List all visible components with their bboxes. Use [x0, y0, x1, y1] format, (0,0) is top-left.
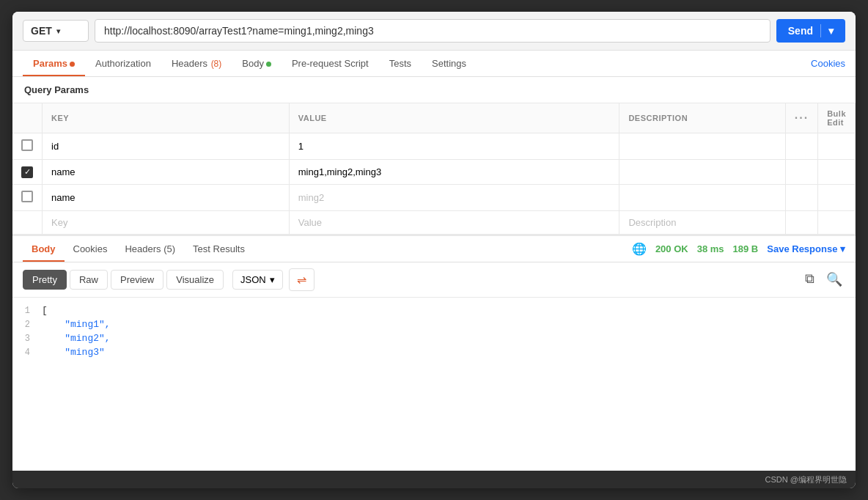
response-headers-label: Headers (5)	[125, 243, 175, 254]
row2-bulk-cell	[818, 160, 856, 185]
row1-key-cell[interactable]: id	[43, 133, 290, 160]
th-more: ···	[785, 103, 817, 133]
tab-headers[interactable]: Headers (8)	[161, 51, 232, 76]
row1-value-cell[interactable]: 1	[289, 133, 619, 160]
row4-value-cell[interactable]: Value	[289, 210, 619, 234]
code-line-3: 3 "ming2",	[12, 331, 856, 345]
row3-more-cell	[785, 184, 817, 210]
tab-body-label: Body	[242, 58, 264, 69]
row1-key: id	[51, 141, 59, 152]
row1-more-cell	[785, 133, 817, 160]
table-row: name ming2	[12, 184, 856, 210]
response-tabs-bar: Body Cookies Headers (5) Test Results 🌐 …	[12, 236, 856, 262]
response-status-info: 🌐 200 OK 38 ms 189 B Save Response ▾	[632, 242, 845, 256]
url-input[interactable]	[95, 19, 770, 43]
row3-desc-cell[interactable]	[619, 184, 785, 210]
response-tab-headers[interactable]: Headers (5)	[116, 236, 184, 262]
visualize-btn[interactable]: Visualize	[166, 270, 224, 290]
tab-settings[interactable]: Settings	[422, 51, 477, 76]
wrap-icon: ⇌	[297, 273, 306, 286]
send-chevron-icon: ▾	[828, 25, 834, 37]
row1-check-cell[interactable]	[12, 133, 43, 160]
response-tab-test-results[interactable]: Test Results	[184, 236, 254, 262]
status-code: 200 OK	[655, 243, 688, 254]
response-body-label: Body	[32, 243, 56, 254]
row2-value: ming1,ming2,ming3	[298, 166, 381, 177]
row4-desc-cell[interactable]: Description	[619, 210, 785, 234]
line-num-1: 1	[12, 306, 42, 316]
row3-value-cell[interactable]: ming2	[289, 184, 619, 210]
wrap-lines-button[interactable]: ⇌	[289, 268, 315, 291]
tab-authorization[interactable]: Authorization	[85, 51, 161, 76]
row2-desc-cell[interactable]	[619, 160, 785, 185]
row2-checkbox[interactable]	[21, 166, 33, 178]
table-header-row: KEY VALUE DESCRIPTION ··· Bulk Edit	[12, 103, 856, 133]
tab-params[interactable]: Params	[23, 51, 85, 76]
row3-check-cell[interactable]	[12, 184, 43, 210]
line-3-content: "ming2",	[42, 333, 111, 344]
tab-authorization-label: Authorization	[95, 58, 151, 69]
line-1-content: [	[42, 305, 48, 316]
th-value: VALUE	[289, 103, 619, 133]
line-4-content: "ming3"	[42, 347, 105, 358]
row2-value-cell[interactable]: ming1,ming2,ming3	[289, 160, 619, 185]
send-button[interactable]: Send ▾	[776, 19, 845, 43]
response-cookies-label: Cookies	[73, 243, 108, 254]
send-label: Send	[788, 25, 813, 37]
footer-text: CSDN @编程界明世隐	[765, 474, 847, 485]
line-num-2: 2	[12, 320, 42, 330]
footer-bar: CSDN @编程界明世隐	[12, 471, 856, 488]
row3-checkbox[interactable]	[21, 191, 33, 202]
main-window: GET ▾ Send ▾ Params Authorization Header…	[12, 12, 856, 488]
copy-icon[interactable]: ⧉	[802, 268, 817, 290]
search-icon[interactable]: 🔍	[823, 268, 845, 290]
table-row: name ming1,ming2,ming3	[12, 160, 856, 185]
method-chevron-icon: ▾	[56, 27, 60, 35]
tab-headers-label: Headers	[172, 58, 210, 69]
row1-checkbox[interactable]	[21, 139, 33, 151]
response-tab-cookies[interactable]: Cookies	[65, 236, 117, 262]
row2-check-cell[interactable]	[12, 160, 43, 185]
response-tab-body[interactable]: Body	[23, 236, 65, 262]
raw-btn[interactable]: Raw	[70, 270, 108, 290]
code-actions: ⧉ 🔍	[802, 268, 845, 290]
row4-key-cell[interactable]: Key	[43, 210, 290, 234]
format-label: JSON	[240, 274, 266, 285]
tab-body[interactable]: Body	[232, 51, 282, 76]
preview-btn[interactable]: Preview	[111, 270, 163, 290]
row1-desc-cell[interactable]	[619, 133, 785, 160]
row2-more-cell	[785, 160, 817, 185]
row3-value-placeholder: ming2	[298, 192, 324, 203]
th-bulk-edit[interactable]: Bulk Edit	[818, 103, 856, 133]
params-dot	[70, 62, 75, 67]
tab-prerequest[interactable]: Pre-request Script	[282, 51, 379, 76]
method-select[interactable]: GET ▾	[23, 20, 89, 42]
th-key: KEY	[43, 103, 290, 133]
format-select[interactable]: JSON ▾	[232, 270, 283, 290]
cookies-link[interactable]: Cookies	[811, 58, 845, 69]
tab-params-label: Params	[33, 58, 67, 69]
th-check	[12, 103, 43, 133]
body-dot	[266, 62, 271, 67]
tab-prerequest-label: Pre-request Script	[292, 58, 369, 69]
line-num-3: 3	[12, 334, 42, 344]
headers-badge: (8)	[211, 59, 222, 69]
row3-bulk-cell	[818, 184, 856, 210]
row3-key-cell[interactable]: name	[43, 184, 290, 210]
save-response-button[interactable]: Save Response ▾	[767, 243, 845, 254]
response-code-area[interactable]: 1 [ 2 "ming1", 3 "ming2", 4 "ming3"	[12, 298, 856, 471]
line-2-content: "ming1",	[42, 319, 111, 330]
code-line-1: 1 [	[12, 304, 856, 317]
row4-desc-placeholder: Description	[628, 217, 676, 228]
pretty-btn[interactable]: Pretty	[23, 270, 67, 290]
more-dots-icon: ···	[795, 111, 809, 124]
code-line-2: 2 "ming1",	[12, 317, 856, 331]
url-bar: GET ▾ Send ▾	[12, 12, 856, 51]
row4-value-placeholder: Value	[298, 217, 322, 228]
tab-tests[interactable]: Tests	[379, 51, 422, 76]
response-time: 38 ms	[697, 243, 724, 254]
globe-icon: 🌐	[632, 242, 647, 256]
table-row: id 1	[12, 133, 856, 160]
row2-key-cell[interactable]: name	[43, 160, 290, 185]
table-row: Key Value Description	[12, 210, 856, 234]
